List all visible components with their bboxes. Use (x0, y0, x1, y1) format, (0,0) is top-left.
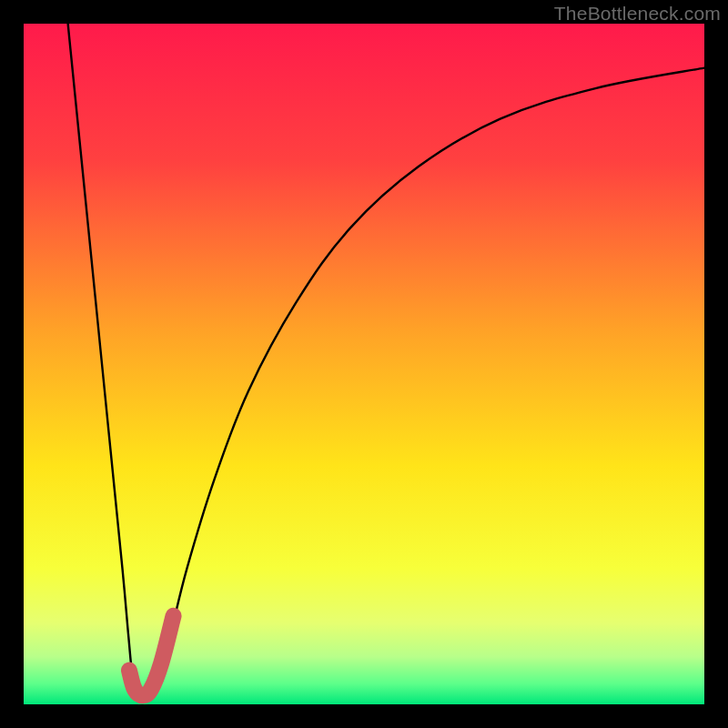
chart-frame: TheBottleneck.com (0, 0, 728, 728)
highlight-j (129, 616, 174, 696)
curve-layer (24, 24, 704, 704)
bottleneck-curve (68, 24, 704, 698)
watermark-text: TheBottleneck.com (554, 3, 721, 25)
plot-area (24, 24, 704, 704)
